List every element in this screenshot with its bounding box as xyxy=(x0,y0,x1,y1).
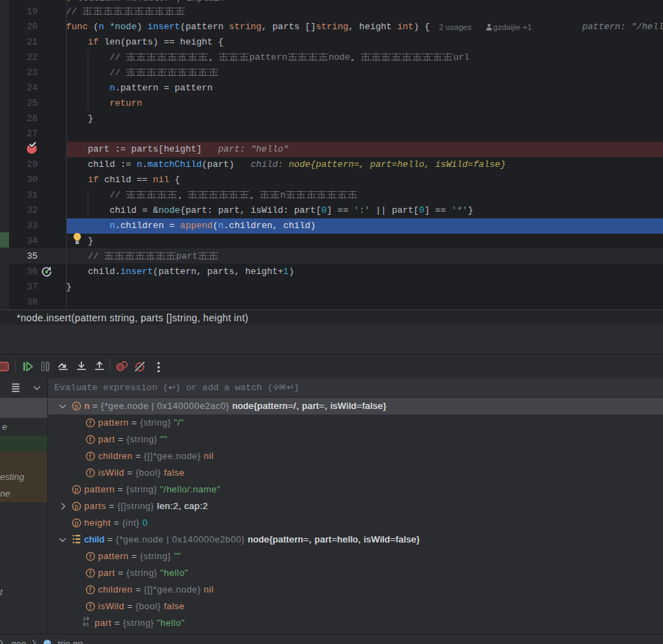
svg-text:f: f xyxy=(89,603,91,611)
svg-text:p: p xyxy=(74,486,79,494)
svg-text:f: f xyxy=(89,469,91,477)
svg-text:p: p xyxy=(74,503,79,510)
svg-text:f: f xyxy=(89,419,91,427)
svg-text:f: f xyxy=(89,586,91,594)
svg-text:f: f xyxy=(89,436,91,444)
svg-text:f: f xyxy=(89,553,91,561)
svg-text:p: p xyxy=(74,403,79,410)
svg-text:f: f xyxy=(89,570,91,577)
svg-text:p: p xyxy=(74,520,79,527)
svg-text:f: f xyxy=(89,453,91,460)
